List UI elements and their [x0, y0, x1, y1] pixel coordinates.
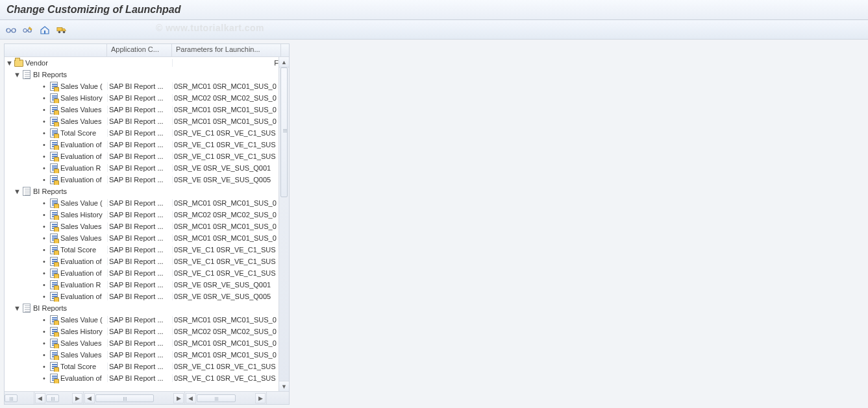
scroll-right-button[interactable]: ▶: [173, 393, 184, 403]
leaf-bullet: •: [41, 363, 47, 370]
parameters-cell: 0SR_VE_C1 0SR_VE_C1_SUS: [172, 269, 281, 277]
tree-row[interactable]: •Sales ValuesSAP BI Report ...0SR_MC01 0…: [5, 104, 289, 115]
leaf-bullet: •: [41, 374, 47, 382]
tree-row[interactable]: •Sales ValuesSAP BI Report ...0SR_MC01 0…: [5, 232, 289, 244]
tree-row[interactable]: •Evaluation ofSAP BI Report ...0SR_VE 0S…: [5, 291, 289, 302]
leaf-bullet: •: [41, 176, 47, 184]
tree-node-label: Evaluation of: [60, 176, 102, 184]
leaf-bullet: •: [41, 94, 47, 102]
h-scroll-segment-3[interactable]: ◀ ▶: [84, 392, 185, 404]
expand-toggle[interactable]: ▼: [14, 71, 20, 78]
leaf-bullet: •: [41, 82, 47, 90]
document-icon: [49, 210, 59, 220]
leaf-bullet: •: [41, 211, 47, 219]
tree-node-label: Evaluation of: [60, 141, 102, 149]
document-icon: [49, 128, 59, 138]
vertical-scroll-thumb[interactable]: [280, 67, 288, 197]
leaf-bullet: •: [41, 316, 47, 324]
document-icon: [49, 81, 59, 91]
glasses-pencil-icon[interactable]: [22, 24, 34, 36]
h-scroll-segment-1[interactable]: [5, 392, 34, 404]
application-cell: SAP BI Report ...: [107, 374, 172, 382]
scroll-left-button[interactable]: ◀: [35, 393, 45, 403]
vertical-scroll-track[interactable]: [279, 67, 289, 381]
tree-list[interactable]: ▼VendorF▼BI Reports•Sales Value (SAP BI …: [5, 57, 289, 391]
tree-row[interactable]: •Total ScoreSAP BI Report ...0SR_VE_C1 0…: [5, 361, 289, 372]
scroll-down-button[interactable]: ▼: [279, 381, 289, 391]
leaf-bullet: •: [41, 328, 47, 335]
column-header-parameters[interactable]: Parameters for Launchin...: [172, 44, 281, 56]
column-header-node[interactable]: [5, 44, 107, 56]
scroll-left-button[interactable]: ◀: [186, 393, 196, 403]
leaf-bullet: •: [41, 293, 47, 300]
parameters-cell: 0SR_VE_C1 0SR_VE_C1_SUS: [172, 246, 281, 254]
tree-row[interactable]: •Sales ValuesSAP BI Report ...0SR_MC01 0…: [5, 221, 289, 232]
tree-row[interactable]: •Evaluation ofSAP BI Report ...0SR_VE_C1…: [5, 139, 289, 150]
expand-toggle[interactable]: ▼: [14, 304, 20, 312]
tree-row[interactable]: •Sales Value (SAP BI Report ...0SR_MC01 …: [5, 314, 289, 326]
application-cell: SAP BI Report ...: [107, 351, 172, 359]
tree-node-label: Sales History: [60, 211, 103, 219]
tree-node-label: Sales History: [60, 328, 103, 335]
tree-row[interactable]: ▼BI Reports: [5, 302, 289, 314]
tree-row[interactable]: ▼VendorF: [5, 57, 289, 69]
tree-row[interactable]: •Evaluation ofSAP BI Report ...0SR_VE_C1…: [5, 372, 289, 384]
house-icon[interactable]: [39, 24, 51, 36]
tree-pane: Application C... Parameters for Launchin…: [4, 43, 290, 405]
truck-icon[interactable]: [56, 24, 68, 36]
document-icon: [49, 315, 59, 325]
scroll-up-button[interactable]: ▲: [279, 57, 289, 67]
tree-row[interactable]: •Sales HistorySAP BI Report ...0SR_MC02 …: [5, 209, 289, 221]
parameters-cell: 0SR_VE 0SR_VE_SUS_Q001: [172, 164, 281, 172]
tree-row[interactable]: •Evaluation ofSAP BI Report ...0SR_VE_C1…: [5, 256, 289, 267]
h-scroll-segment-2[interactable]: ◀ ▶: [34, 392, 84, 404]
tree-node-label: Evaluation R: [60, 281, 101, 289]
tree-row[interactable]: •Sales ValuesSAP BI Report ...0SR_MC01 0…: [5, 337, 289, 349]
parameters-cell: 0SR_MC01 0SR_MC01_SUS_0: [172, 106, 281, 114]
tree-node-label: Sales Values: [60, 234, 101, 242]
horizontal-scrollbar-row: ◀ ▶ ◀ ▶ ◀ ▶: [5, 391, 289, 404]
parameters-cell: 0SR_MC01 0SR_MC01_SUS_0: [172, 339, 281, 347]
h-scroll-segment-4[interactable]: ◀ ▶: [185, 392, 267, 404]
document-icon: [49, 268, 59, 278]
leaf-bullet: •: [41, 106, 47, 114]
tree-row[interactable]: •Evaluation RSAP BI Report ...0SR_VE 0SR…: [5, 162, 289, 174]
tree-row[interactable]: ▼BI Reports: [5, 69, 289, 80]
expand-toggle[interactable]: ▼: [14, 187, 20, 195]
expand-toggle[interactable]: ▼: [6, 59, 12, 67]
parameters-cell: 0SR_VE_C1 0SR_VE_C1_SUS: [172, 152, 281, 160]
tree-node-label: Sales History: [60, 94, 103, 102]
toolbar: © www.tutorialkart.com: [0, 20, 868, 40]
scroll-left-button[interactable]: ◀: [84, 393, 95, 403]
scroll-right-button[interactable]: ▶: [72, 393, 82, 403]
column-header-application[interactable]: Application C...: [107, 44, 172, 56]
tree-row[interactable]: •Total ScoreSAP BI Report ...0SR_VE_C1 0…: [5, 244, 289, 256]
tree-row[interactable]: •Sales Value (SAP BI Report ...0SR_MC01 …: [5, 80, 289, 92]
leaf-bullet: •: [41, 129, 47, 137]
tree-row[interactable]: ▼BI Reports: [5, 186, 289, 197]
document-icon: [49, 174, 59, 185]
tree-header: Application C... Parameters for Launchin…: [5, 44, 289, 57]
tree-row[interactable]: •Evaluation ofSAP BI Report ...0SR_VE_C1…: [5, 267, 289, 279]
tree-node-label: Vendor: [25, 59, 48, 67]
tree-row[interactable]: •Sales HistorySAP BI Report ...0SR_MC02 …: [5, 92, 289, 104]
right-pane: [293, 40, 868, 408]
tree-node-label: Sales Value (: [60, 316, 103, 324]
application-cell: SAP BI Report ...: [107, 281, 172, 289]
tree-row[interactable]: •Sales ValuesSAP BI Report ...0SR_MC01 0…: [5, 349, 289, 361]
vertical-scrollbar[interactable]: ▲ ▼: [279, 57, 289, 391]
tree-row[interactable]: •Evaluation ofSAP BI Report ...0SR_VE_C1…: [5, 150, 289, 162]
svg-point-7: [63, 30, 66, 33]
document-icon: [49, 373, 59, 383]
tree-node-label: Total Score: [60, 246, 96, 254]
leaf-bullet: •: [41, 152, 47, 160]
tree-row[interactable]: •Evaluation ofSAP BI Report ...0SR_VE 0S…: [5, 174, 289, 186]
tree-row[interactable]: •Total ScoreSAP BI Report ...0SR_VE_C1 0…: [5, 127, 289, 139]
tree-row[interactable]: •Evaluation RSAP BI Report ...0SR_VE 0SR…: [5, 279, 289, 291]
application-cell: SAP BI Report ...: [107, 129, 172, 137]
tree-row[interactable]: •Sales ValuesSAP BI Report ...0SR_MC01 0…: [5, 115, 289, 127]
tree-row[interactable]: •Sales Value (SAP BI Report ...0SR_MC01 …: [5, 197, 289, 209]
tree-row[interactable]: •Sales HistorySAP BI Report ...0SR_MC02 …: [5, 326, 289, 337]
glasses-icon[interactable]: [5, 24, 17, 36]
scroll-right-button[interactable]: ▶: [255, 393, 266, 403]
